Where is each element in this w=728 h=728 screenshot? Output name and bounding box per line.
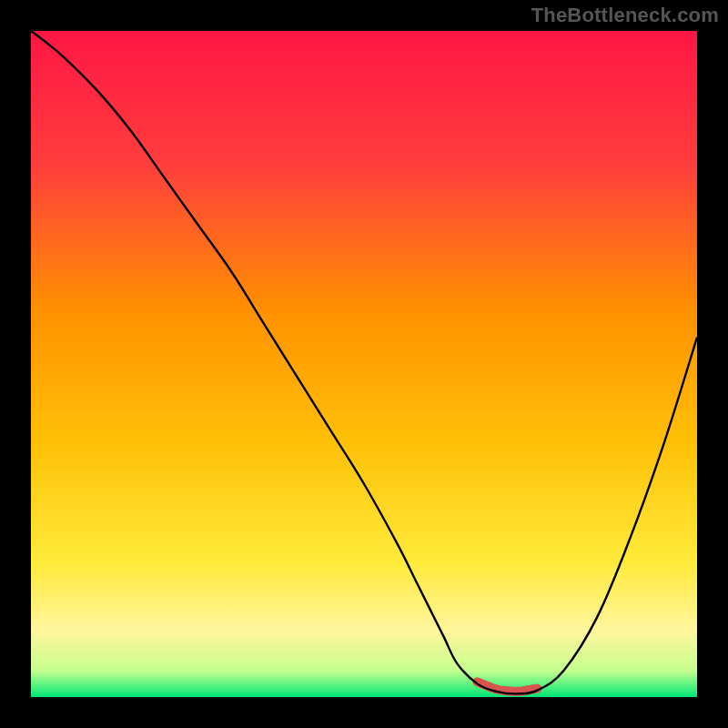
- chart-svg: [0, 0, 728, 728]
- watermark-text: TheBottleneck.com: [531, 4, 719, 27]
- plot-area: [31, 31, 697, 697]
- bottleneck-chart: TheBottleneck.com: [0, 0, 728, 728]
